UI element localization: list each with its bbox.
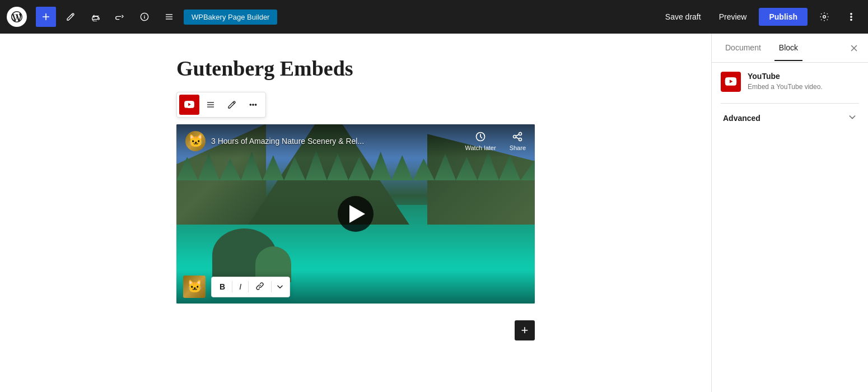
save-draft-button[interactable]: Save draft	[660, 9, 707, 25]
block-name: YouTube	[748, 72, 823, 81]
sidebar-content: YouTube Embed a YouTube video. Advanced	[712, 63, 868, 392]
svg-point-12	[253, 104, 254, 105]
advanced-label: Advanced	[723, 114, 760, 123]
right-sidebar: Document Block YouTube Embed a YouTube v…	[711, 34, 868, 392]
sidebar-tabs: Document Block	[712, 34, 868, 63]
link-button[interactable]	[253, 281, 267, 293]
chevron-down-icon	[848, 113, 857, 123]
text-format-toolbar: B I	[211, 277, 290, 297]
preview-button[interactable]: Preview	[713, 9, 753, 25]
editor-area: Gutenberg Embeds	[0, 34, 711, 392]
svg-point-5	[851, 13, 852, 15]
edit-embed-button[interactable]	[222, 95, 242, 115]
top-bar: WPBakery Page Builder Save draft Preview…	[0, 0, 868, 34]
block-info: YouTube Embed a YouTube video.	[721, 72, 859, 92]
watch-later-action[interactable]: Watch later	[465, 131, 496, 151]
wpbakery-button[interactable]: WPBakery Page Builder	[184, 10, 277, 25]
list-view-button[interactable]	[159, 7, 179, 27]
video-embed[interactable]: 🐱 3 Hours of Amazing Nature Scenery & Re…	[176, 124, 535, 304]
page-title[interactable]: Gutenberg Embeds	[176, 56, 535, 81]
add-block-area: +	[176, 320, 535, 340]
svg-point-6	[851, 16, 852, 17]
video-title: 3 Hours of Amazing Nature Scenery & Rel.…	[211, 137, 465, 146]
svg-point-4	[823, 16, 826, 18]
youtube-sidebar-icon	[721, 72, 741, 92]
more-block-options-button[interactable]	[243, 95, 263, 115]
undo-button[interactable]	[85, 7, 105, 27]
advanced-section: Advanced	[721, 103, 859, 132]
add-block-button[interactable]	[36, 7, 56, 27]
channel-avatar: 🐱	[185, 131, 206, 151]
info-button[interactable]	[134, 7, 155, 27]
svg-point-13	[255, 104, 256, 105]
advanced-header[interactable]: Advanced	[721, 113, 859, 123]
divider-2	[248, 281, 249, 292]
block-description: Embed a YouTube video.	[748, 83, 823, 91]
settings-button[interactable]	[814, 7, 834, 27]
video-bottom-overlay: 🐱 B I	[176, 270, 535, 304]
align-button[interactable]	[200, 95, 221, 115]
small-channel-avatar: 🐱	[183, 276, 206, 298]
divider-3	[271, 281, 272, 292]
play-button[interactable]	[338, 196, 374, 232]
tab-document[interactable]: Document	[721, 35, 766, 61]
format-dropdown-button[interactable]	[276, 283, 284, 291]
block-toolbar	[176, 92, 266, 118]
bold-button[interactable]: B	[217, 281, 227, 292]
share-action[interactable]: Share	[510, 131, 526, 151]
wordpress-logo[interactable]	[7, 7, 27, 27]
more-options-button[interactable]	[841, 7, 861, 27]
add-block-bottom-button[interactable]: +	[515, 320, 535, 340]
sidebar-close-button[interactable]	[849, 43, 859, 53]
video-top-overlay: 🐱 3 Hours of Amazing Nature Scenery & Re…	[176, 124, 535, 158]
svg-point-11	[250, 104, 251, 105]
redo-button[interactable]	[110, 7, 130, 27]
main-area: Gutenberg Embeds	[0, 34, 868, 392]
publish-button[interactable]: Publish	[759, 8, 808, 26]
youtube-block-type-button[interactable]	[179, 95, 199, 115]
italic-button[interactable]: I	[237, 281, 244, 292]
edit-button[interactable]	[60, 7, 81, 27]
svg-point-7	[851, 19, 852, 20]
block-info-text: YouTube Embed a YouTube video.	[748, 72, 823, 91]
tab-block[interactable]: Block	[774, 35, 802, 61]
divider-1	[232, 281, 232, 292]
